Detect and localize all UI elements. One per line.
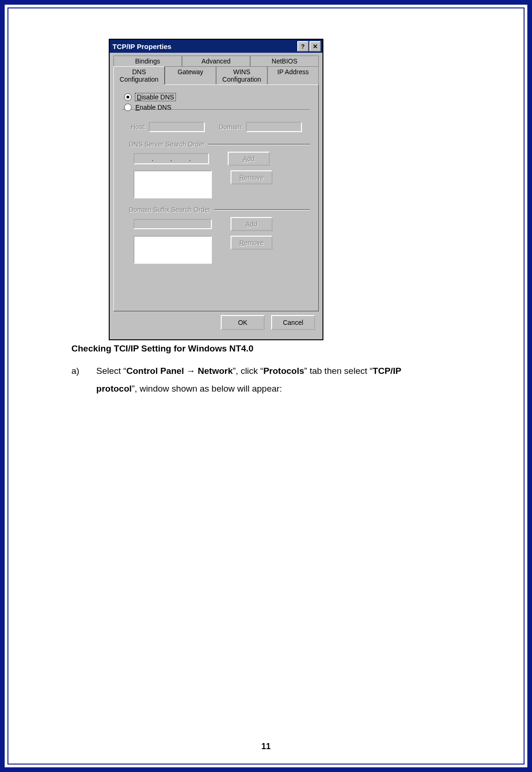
tab-panel-dns: Disable DNS Enable DNS Host: Domain: xyxy=(113,84,319,311)
group-title: DNS Server Search Order xyxy=(129,140,209,148)
instruction-item-a: a) Select “Control Panel → Network”, cli… xyxy=(71,362,435,398)
dialog-title: TCP/IP Properties xyxy=(112,42,296,50)
tcpip-properties-dialog: TCP/IP Properties ? ✕ Bindings Advanced … xyxy=(109,39,323,340)
radio-enable-dns[interactable]: Enable DNS xyxy=(124,104,310,111)
group-divider xyxy=(214,209,310,210)
enable-dns-group: Host: Domain: DNS Server Search Order xyxy=(122,109,310,264)
radio-enable-dns-label: Enable DNS xyxy=(135,104,171,111)
ok-button[interactable]: OK xyxy=(221,315,265,330)
document-body: Checking TCI/IP Setting for Windows NT4.… xyxy=(71,344,435,398)
dialog-button-row: OK Cancel xyxy=(113,311,319,335)
tabstrip-row1: Bindings Advanced NetBIOS xyxy=(113,56,319,66)
host-input[interactable] xyxy=(149,122,205,132)
tab-ip-address[interactable]: IP Address xyxy=(267,66,319,84)
page-number: 11 xyxy=(8,742,524,751)
suffix-add-button[interactable]: Add xyxy=(231,217,273,231)
radio-icon xyxy=(124,93,132,101)
suffix-remove-button[interactable]: Remove xyxy=(231,236,273,250)
group-title: Domain Suffix Search Order xyxy=(129,206,214,213)
group-divider xyxy=(209,144,310,145)
tab-advanced[interactable]: Advanced xyxy=(182,56,251,66)
dns-remove-button[interactable]: Remove xyxy=(231,170,273,184)
radio-icon xyxy=(124,104,132,111)
tab-gateway[interactable]: Gateway xyxy=(165,66,216,84)
suffix-list[interactable] xyxy=(133,236,212,264)
help-icon[interactable]: ? xyxy=(297,41,308,51)
dns-ip-input[interactable]: . . . xyxy=(133,153,209,164)
radio-disable-dns-label: Disable DNS xyxy=(135,93,175,101)
dns-list[interactable] xyxy=(133,170,212,198)
dns-add-button[interactable]: Add xyxy=(228,152,270,166)
tab-bindings[interactable]: Bindings xyxy=(113,56,182,66)
section-heading: Checking TCI/IP Setting for Windows NT4.… xyxy=(71,344,435,354)
cancel-button[interactable]: Cancel xyxy=(271,315,315,330)
titlebar: TCP/IP Properties ? ✕ xyxy=(110,40,322,53)
suffix-input[interactable] xyxy=(133,219,212,229)
tabstrip-row2: DNS Configuration Gateway WINS Configura… xyxy=(113,66,319,84)
tab-dns-configuration[interactable]: DNS Configuration xyxy=(113,66,165,84)
tab-wins-configuration[interactable]: WINS Configuration xyxy=(216,66,267,84)
list-marker: a) xyxy=(71,362,94,380)
host-label: Host: xyxy=(131,123,146,131)
domain-input[interactable] xyxy=(246,122,302,132)
tab-netbios[interactable]: NetBIOS xyxy=(250,56,319,66)
close-icon[interactable]: ✕ xyxy=(309,41,321,51)
dns-server-search-order-group: DNS Server Search Order . . . xyxy=(129,140,310,198)
domain-suffix-search-order-group: Domain Suffix Search Order Add Remove xyxy=(129,206,310,264)
radio-disable-dns[interactable]: Disable DNS xyxy=(124,93,310,101)
domain-label: Domain: xyxy=(219,123,243,131)
